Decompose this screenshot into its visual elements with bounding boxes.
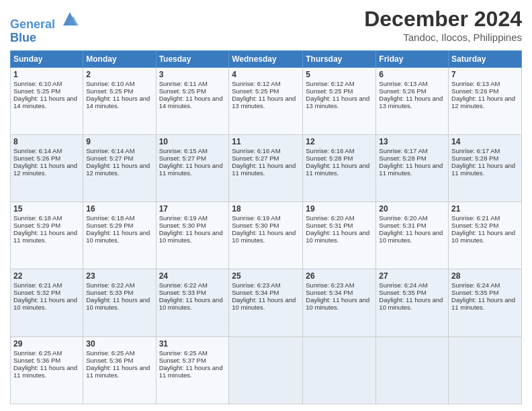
day-number: 8 bbox=[13, 137, 80, 146]
calendar-cell bbox=[303, 336, 376, 404]
day-number: 9 bbox=[86, 137, 152, 146]
day-number: 16 bbox=[86, 204, 152, 214]
day-info: Daylight: 11 hours and 14 minutes. bbox=[13, 95, 80, 109]
calendar-cell: 15Sunrise: 6:18 AMSunset: 5:29 PMDayligh… bbox=[11, 202, 83, 269]
day-info: Sunrise: 6:16 AM bbox=[306, 147, 373, 154]
weekday-header-monday: Monday bbox=[83, 50, 156, 67]
day-number: 25 bbox=[232, 271, 300, 281]
location-title: Tandoc, Ilocos, Philippines bbox=[364, 32, 522, 43]
day-info: Sunset: 5:29 PM bbox=[86, 222, 152, 229]
day-info: Sunset: 5:25 PM bbox=[86, 87, 152, 95]
day-info: Daylight: 11 hours and 14 minutes. bbox=[86, 95, 152, 109]
calendar-cell: 30Sunrise: 6:25 AMSunset: 5:36 PMDayligh… bbox=[83, 336, 156, 404]
day-number: 18 bbox=[232, 204, 300, 214]
calendar-cell: 4Sunrise: 6:12 AMSunset: 5:25 PMDaylight… bbox=[229, 67, 303, 134]
weekday-header-tuesday: Tuesday bbox=[156, 50, 229, 67]
logo: General Blue bbox=[10, 9, 80, 45]
day-info: Daylight: 11 hours and 12 minutes. bbox=[13, 162, 80, 177]
calendar-cell: 11Sunrise: 6:16 AMSunset: 5:27 PMDayligh… bbox=[229, 134, 303, 201]
day-info: Sunset: 5:35 PM bbox=[451, 289, 519, 296]
day-info: Sunrise: 6:23 AM bbox=[232, 281, 300, 289]
day-info: Sunset: 5:32 PM bbox=[451, 222, 519, 229]
day-info: Sunrise: 6:19 AM bbox=[232, 214, 300, 222]
day-number: 15 bbox=[13, 204, 80, 214]
calendar-cell: 7Sunrise: 6:13 AMSunset: 5:26 PMDaylight… bbox=[449, 67, 522, 134]
day-info: Sunset: 5:35 PM bbox=[379, 289, 445, 296]
header: General Blue December 2024 Tandoc, Iloco… bbox=[10, 7, 522, 45]
day-info: Sunset: 5:27 PM bbox=[159, 154, 226, 162]
day-number: 31 bbox=[159, 339, 226, 349]
day-info: Sunset: 5:27 PM bbox=[86, 154, 152, 162]
day-number: 7 bbox=[451, 70, 519, 79]
day-info: Daylight: 11 hours and 10 minutes. bbox=[379, 229, 445, 244]
day-info: Sunrise: 6:11 AM bbox=[159, 80, 226, 87]
day-info: Sunset: 5:33 PM bbox=[159, 289, 226, 296]
day-number: 13 bbox=[379, 137, 445, 146]
day-info: Sunrise: 6:10 AM bbox=[86, 80, 152, 87]
day-info: Sunset: 5:32 PM bbox=[13, 289, 80, 296]
day-number: 22 bbox=[13, 271, 80, 281]
calendar-cell: 20Sunrise: 6:20 AMSunset: 5:31 PMDayligh… bbox=[376, 202, 449, 269]
day-info: Sunrise: 6:14 AM bbox=[13, 147, 80, 154]
day-info: Sunset: 5:28 PM bbox=[451, 154, 519, 162]
day-info: Sunset: 5:25 PM bbox=[306, 87, 373, 95]
logo-text: General bbox=[10, 9, 80, 32]
day-info: Daylight: 11 hours and 13 minutes. bbox=[232, 95, 300, 109]
day-info: Daylight: 11 hours and 10 minutes. bbox=[86, 229, 152, 244]
day-info: Daylight: 11 hours and 11 minutes. bbox=[451, 296, 519, 311]
day-info: Sunrise: 6:24 AM bbox=[379, 281, 445, 289]
day-info: Sunset: 5:26 PM bbox=[379, 87, 445, 95]
calendar-week-5: 29Sunrise: 6:25 AMSunset: 5:36 PMDayligh… bbox=[11, 336, 522, 404]
weekday-header-saturday: Saturday bbox=[449, 50, 522, 67]
calendar-table: SundayMondayTuesdayWednesdayThursdayFrid… bbox=[10, 50, 522, 404]
calendar-cell: 26Sunrise: 6:23 AMSunset: 5:34 PMDayligh… bbox=[303, 269, 376, 336]
day-info: Sunrise: 6:21 AM bbox=[451, 214, 519, 222]
day-info: Sunset: 5:36 PM bbox=[86, 357, 152, 364]
day-info: Daylight: 11 hours and 11 minutes. bbox=[451, 162, 519, 177]
day-number: 4 bbox=[232, 70, 300, 79]
day-info: Daylight: 11 hours and 10 minutes. bbox=[306, 296, 373, 311]
day-info: Sunset: 5:25 PM bbox=[13, 87, 80, 95]
calendar-week-3: 15Sunrise: 6:18 AMSunset: 5:29 PMDayligh… bbox=[11, 202, 522, 269]
day-info: Sunset: 5:28 PM bbox=[379, 154, 445, 162]
day-info: Sunrise: 6:16 AM bbox=[232, 147, 300, 154]
day-info: Daylight: 11 hours and 10 minutes. bbox=[232, 296, 300, 311]
day-info: Sunset: 5:37 PM bbox=[159, 357, 226, 364]
day-number: 21 bbox=[451, 204, 519, 214]
day-number: 11 bbox=[232, 137, 300, 146]
day-number: 27 bbox=[379, 271, 445, 281]
day-info: Sunset: 5:28 PM bbox=[306, 154, 373, 162]
day-info: Daylight: 11 hours and 10 minutes. bbox=[306, 229, 373, 244]
calendar-cell: 29Sunrise: 6:25 AMSunset: 5:36 PMDayligh… bbox=[11, 336, 83, 404]
weekday-header-friday: Friday bbox=[376, 50, 449, 67]
day-info: Daylight: 11 hours and 12 minutes. bbox=[86, 162, 152, 177]
calendar-cell: 27Sunrise: 6:24 AMSunset: 5:35 PMDayligh… bbox=[376, 269, 449, 336]
day-info: Sunrise: 6:12 AM bbox=[306, 80, 373, 87]
day-info: Sunset: 5:25 PM bbox=[159, 87, 226, 95]
day-info: Daylight: 11 hours and 10 minutes. bbox=[232, 229, 300, 244]
calendar-cell: 28Sunrise: 6:24 AMSunset: 5:35 PMDayligh… bbox=[449, 269, 522, 336]
day-info: Sunrise: 6:18 AM bbox=[13, 214, 80, 222]
day-info: Daylight: 11 hours and 12 minutes. bbox=[451, 95, 519, 109]
day-info: Daylight: 11 hours and 11 minutes. bbox=[306, 162, 373, 177]
day-info: Sunrise: 6:25 AM bbox=[159, 349, 226, 357]
calendar-cell: 16Sunrise: 6:18 AMSunset: 5:29 PMDayligh… bbox=[83, 202, 156, 269]
day-info: Daylight: 11 hours and 10 minutes. bbox=[379, 296, 445, 311]
calendar-cell bbox=[229, 336, 303, 404]
day-number: 17 bbox=[159, 204, 226, 214]
day-info: Sunset: 5:30 PM bbox=[232, 222, 300, 229]
day-number: 29 bbox=[13, 339, 80, 349]
weekday-header-sunday: Sunday bbox=[11, 50, 83, 67]
day-number: 14 bbox=[451, 137, 519, 146]
day-info: Sunset: 5:31 PM bbox=[306, 222, 373, 229]
page: General Blue December 2024 Tandoc, Iloco… bbox=[0, 0, 532, 411]
day-info: Sunrise: 6:25 AM bbox=[86, 349, 152, 357]
day-info: Daylight: 11 hours and 11 minutes. bbox=[232, 162, 300, 177]
weekday-header-thursday: Thursday bbox=[303, 50, 376, 67]
logo-blue: Blue bbox=[10, 32, 80, 45]
day-number: 26 bbox=[306, 271, 373, 281]
calendar-week-2: 8Sunrise: 6:14 AMSunset: 5:26 PMDaylight… bbox=[11, 134, 522, 201]
day-info: Sunrise: 6:22 AM bbox=[86, 281, 152, 289]
day-number: 12 bbox=[306, 137, 373, 146]
day-info: Daylight: 11 hours and 10 minutes. bbox=[159, 296, 226, 311]
